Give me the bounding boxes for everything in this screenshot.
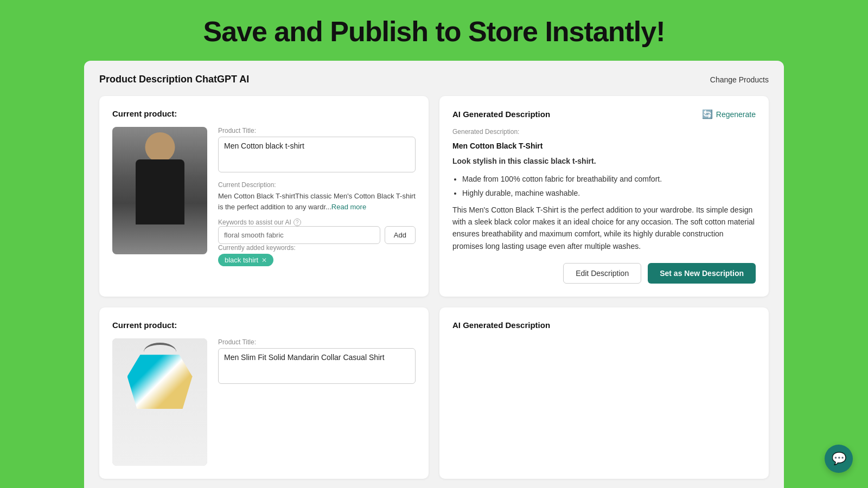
added-keywords-label-1: Currently added keywords: <box>218 244 416 252</box>
ai-card-title-1: AI Generated Description <box>452 110 550 119</box>
product-image-2 <box>112 338 207 466</box>
product-fields-2: Product Title: Men Slim Fit Solid Mandar… <box>218 338 416 466</box>
ai-tagline-1: Look stylish in this classic black t-shi… <box>452 155 756 167</box>
product-title-input-1[interactable]: Men Cotton black t-shirt <box>218 137 416 172</box>
product-card-1: Current product: Product Title: Men Cott… <box>99 96 429 297</box>
app-header: Product Description ChatGPT AI Change Pr… <box>99 74 769 85</box>
current-desc-label-1: Current Description: <box>218 181 416 189</box>
keywords-section-1: Keywords to assist our AI ? Add Currentl… <box>218 219 416 266</box>
keyword-tags-1: black tshirt ✕ <box>218 254 416 266</box>
page-header: Save and Publish to Store Instantly! <box>0 0 868 61</box>
product-row-1: Current product: Product Title: Men Cott… <box>99 96 769 297</box>
keywords-label-1: Keywords to assist our AI ? <box>218 219 416 226</box>
current-desc-section-1: Current Description: Men Cotton Black T-… <box>218 181 416 212</box>
product-image-shirt-hanger <box>112 338 207 466</box>
tag-remove-black-tshirt[interactable]: ✕ <box>261 256 267 264</box>
regenerate-button-1[interactable]: 🔄 Regenerate <box>702 109 756 119</box>
app-title: Product Description ChatGPT AI <box>99 74 249 85</box>
current-product-label-1: Current product: <box>112 109 416 118</box>
product-content-2: Product Title: Men Slim Fit Solid Mandar… <box>112 338 416 466</box>
edit-description-button-1[interactable]: Edit Description <box>563 263 641 284</box>
product-row-2: Current product: Product Title: Men Slim… <box>99 307 769 479</box>
main-container: Product Description ChatGPT AI Change Pr… <box>84 61 784 488</box>
ai-card-header-2: AI Generated Description <box>452 320 756 330</box>
add-keyword-button-1[interactable]: Add <box>385 226 416 244</box>
regenerate-icon-1: 🔄 <box>702 109 713 119</box>
ai-card-2: AI Generated Description <box>439 307 769 479</box>
product-image-1 <box>112 127 207 254</box>
page-wrapper: Save and Publish to Store Instantly! Pro… <box>0 0 868 488</box>
product-title-label-1: Product Title: <box>218 127 416 134</box>
ai-card-header-1: AI Generated Description 🔄 Regenerate <box>452 109 756 119</box>
ai-card-1: AI Generated Description 🔄 Regenerate Ge… <box>439 96 769 297</box>
ai-actions-1: Edit Description Set as New Description <box>452 263 756 284</box>
products-grid: Current product: Product Title: Men Cott… <box>99 96 769 479</box>
keyword-input-1[interactable] <box>218 226 380 244</box>
product-content-1: Product Title: Men Cotton black t-shirt … <box>112 127 416 266</box>
product-title-input-2[interactable]: Men Slim Fit Solid Mandarin Collar Casua… <box>218 348 416 384</box>
chat-bubble-button[interactable]: 💬 <box>825 445 853 473</box>
product-title-field-1: Product Title: Men Cotton black t-shirt <box>218 127 416 175</box>
ai-bullet-1-2: Highly durable, machine washable. <box>462 187 756 199</box>
chat-bubble-icon: 💬 <box>832 452 846 466</box>
current-desc-text-1: Men Cotton Black T-shirtThis classic Men… <box>218 191 416 212</box>
ai-card-title-2: AI Generated Description <box>452 320 550 330</box>
product-title-label-2: Product Title: <box>218 338 416 346</box>
read-more-link-1[interactable]: Read more <box>331 203 366 211</box>
ai-product-name-1: Men Cotton Black T-Shirt <box>452 140 756 152</box>
ai-bullet-1-1: Made from 100% cotton fabric for breatha… <box>462 173 756 185</box>
product-image-man-black <box>112 127 207 254</box>
ai-bullets-1: Made from 100% cotton fabric for breatha… <box>462 173 756 200</box>
ai-body-text-1: This Men's Cotton Black T-Shirt is the p… <box>452 204 756 253</box>
generated-desc-label-1: Generated Description: <box>452 128 756 136</box>
page-headline: Save and Publish to Store Instantly! <box>0 15 868 48</box>
keyword-tag-black-tshirt: black tshirt ✕ <box>218 254 273 266</box>
ai-description-1: Men Cotton Black T-Shirt Look stylish in… <box>452 140 756 252</box>
help-icon-1[interactable]: ? <box>293 219 301 226</box>
product-title-field-2: Product Title: Men Slim Fit Solid Mandar… <box>218 338 416 386</box>
current-product-label-2: Current product: <box>112 320 416 330</box>
product-card-2: Current product: Product Title: Men Slim… <box>99 307 429 479</box>
set-new-description-button-1[interactable]: Set as New Description <box>648 263 756 284</box>
product-fields-1: Product Title: Men Cotton black t-shirt … <box>218 127 416 266</box>
change-products-link[interactable]: Change Products <box>710 75 769 84</box>
keyword-input-row-1: Add <box>218 226 416 244</box>
